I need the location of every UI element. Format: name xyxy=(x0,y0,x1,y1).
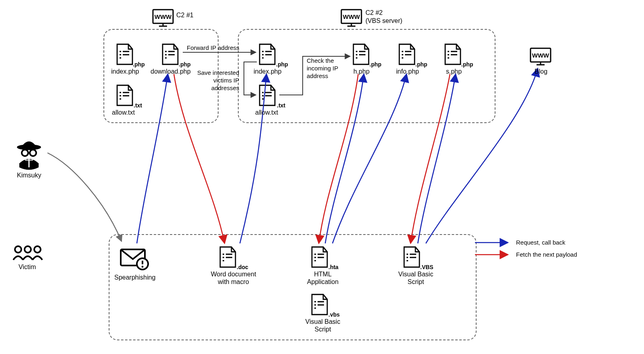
diagram-canvas: WWW xyxy=(0,0,644,354)
ext-txt: .txt xyxy=(134,102,142,109)
ext-php: .php xyxy=(369,61,382,68)
ext-hta: .hta xyxy=(328,264,339,270)
www-icon xyxy=(341,10,361,26)
legend-request: Request, call back xyxy=(516,239,566,247)
file-name: allow.txt xyxy=(112,109,135,116)
ext-txt: .txt xyxy=(277,102,285,109)
doc-label: Word document with macro xyxy=(205,270,262,286)
victim-label: Victim xyxy=(19,263,36,271)
ext-php: .php xyxy=(415,61,427,68)
ext-doc: .doc xyxy=(237,264,248,270)
spearphishing-label: Spearphishing xyxy=(114,274,155,281)
file-name: s.php xyxy=(446,68,462,75)
label-check-ip: Check the incoming IP address xyxy=(307,57,338,80)
file-name: info.php xyxy=(396,68,419,75)
ext-php: .php xyxy=(276,61,288,68)
spy-icon xyxy=(17,142,41,170)
label-save-ips: Save interested victims IP addresses xyxy=(197,69,239,92)
kimsuky-label: Kimsuky xyxy=(17,171,41,179)
ext-vbs-upper: .VBS xyxy=(420,264,433,270)
label-forward-ip: Forward IP address xyxy=(187,44,239,52)
vbs-big-label: Visual Basic Script xyxy=(394,270,438,286)
arrow-spearphish xyxy=(47,153,122,241)
group-victim-artifacts xyxy=(109,234,477,340)
ext-php: .php xyxy=(461,61,473,68)
hta-label: HTML Application xyxy=(303,270,343,286)
legend-fetch: Fetch the next payload xyxy=(516,251,577,259)
ext-php: .php xyxy=(179,61,191,68)
file-name: index.php xyxy=(254,68,281,75)
file-name: allow.txt xyxy=(255,109,278,116)
vbs-small-label: Visual Basic Script xyxy=(303,318,343,333)
blog-label: Blog xyxy=(535,68,547,75)
file-name: download.php xyxy=(151,68,191,75)
file-name: h.php xyxy=(353,68,369,75)
file-name: index.php xyxy=(111,68,139,75)
c2-2-title: C2 #2 (VBS server) xyxy=(365,9,402,25)
www-icon xyxy=(530,48,551,65)
c2-1-title: C2 #1 xyxy=(176,11,194,19)
crowd-icon xyxy=(13,246,42,260)
ext-php: .php xyxy=(133,61,145,68)
www-icon xyxy=(153,10,173,26)
ext-vbs: .vbs xyxy=(328,311,340,318)
